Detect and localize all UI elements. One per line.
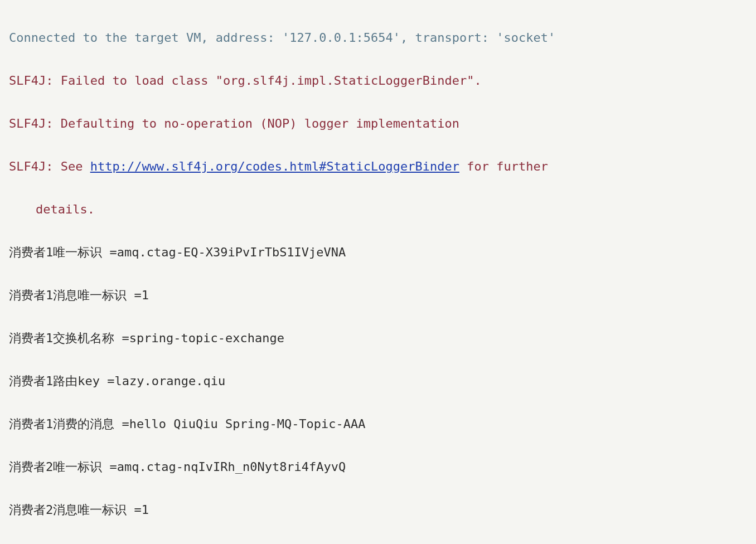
slf4j-details: details. bbox=[9, 199, 95, 221]
log-line-7: 消费者1消息唯一标识 =1 bbox=[9, 285, 747, 307]
slf4j-error-line-2: SLF4J: Defaulting to no-operation (NOP) … bbox=[9, 113, 747, 135]
slf4j-see-suffix: for further bbox=[459, 159, 548, 173]
slf4j-error-line-4: details. bbox=[9, 199, 747, 221]
slf4j-error-line-3: SLF4J: See http://www.slf4j.org/codes.ht… bbox=[9, 156, 747, 178]
log-line-13: 消费者2交换机名称 =spring-topic-exchange bbox=[9, 542, 747, 545]
log-line-6: 消费者1唯一标识 =amq.ctag-EQ-X39iPvIrTbS1IVjeVN… bbox=[9, 242, 747, 264]
log-line-12: 消费者2消息唯一标识 =1 bbox=[9, 499, 747, 521]
slf4j-doc-link[interactable]: http://www.slf4j.org/codes.html#StaticLo… bbox=[90, 159, 459, 173]
console-output: Connected to the target VM, address: '12… bbox=[9, 6, 747, 544]
vm-connect-line: Connected to the target VM, address: '12… bbox=[9, 27, 747, 49]
slf4j-error-line-1: SLF4J: Failed to load class "org.slf4j.i… bbox=[9, 70, 747, 92]
log-line-9: 消费者1路由key =lazy.orange.qiu bbox=[9, 371, 747, 392]
log-line-11: 消费者2唯一标识 =amq.ctag-nqIvIRh_n0Nyt8ri4fAyv… bbox=[9, 456, 747, 478]
log-line-10: 消费者1消费的消息 =hello QiuQiu Spring-MQ-Topic-… bbox=[9, 414, 747, 435]
log-line-8: 消费者1交换机名称 =spring-topic-exchange bbox=[9, 328, 747, 349]
slf4j-see-prefix: SLF4J: See bbox=[9, 159, 90, 173]
